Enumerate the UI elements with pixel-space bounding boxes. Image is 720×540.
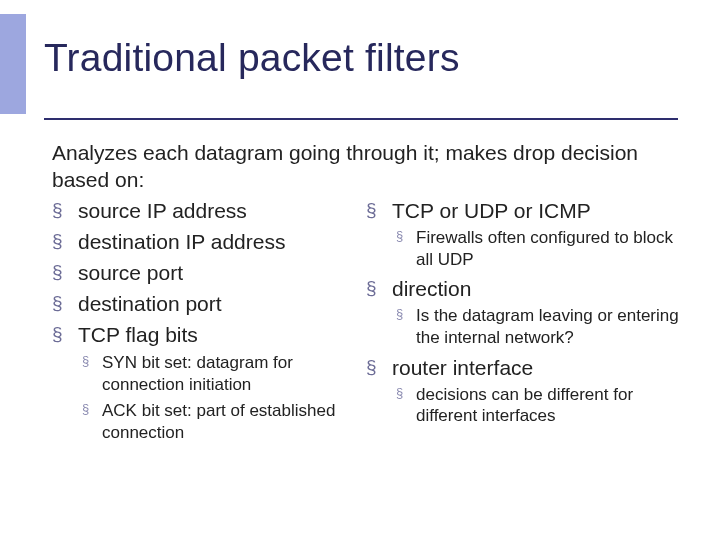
list-item-label: direction <box>392 277 471 300</box>
right-sub-list: Is the datagram leaving or entering the … <box>392 305 682 349</box>
list-item-label: Is the datagram leaving or entering the … <box>416 306 679 347</box>
list-item-label: SYN bit set: datagram for connection ini… <box>102 353 293 394</box>
list-item: decisions can be different for different… <box>392 384 682 428</box>
list-item: TCP or UDP or ICMP Firewalls often confi… <box>366 198 682 270</box>
list-item: SYN bit set: datagram for connection ini… <box>78 352 352 396</box>
list-item: source IP address <box>52 198 352 225</box>
list-item: destination port <box>52 291 352 318</box>
slide-title: Traditional packet filters <box>44 36 460 80</box>
content-columns: source IP address destination IP address… <box>52 198 682 447</box>
list-item-label: source IP address <box>78 199 247 222</box>
left-column: source IP address destination IP address… <box>52 198 352 447</box>
list-item-label: TCP flag bits <box>78 323 198 346</box>
list-item-label: destination IP address <box>78 230 285 253</box>
list-item: Firewalls often configured to block all … <box>392 227 682 271</box>
list-item-label: router interface <box>392 356 533 379</box>
accent-bar <box>0 14 26 114</box>
title-underline <box>44 118 678 120</box>
list-item-label: destination port <box>78 292 222 315</box>
list-item: destination IP address <box>52 229 352 256</box>
right-sub-list: decisions can be different for different… <box>392 384 682 428</box>
right-column: TCP or UDP or ICMP Firewalls often confi… <box>366 198 682 447</box>
list-item: source port <box>52 260 352 287</box>
list-item: Is the datagram leaving or entering the … <box>392 305 682 349</box>
list-item: ACK bit set: part of established connect… <box>78 400 352 444</box>
list-item-label: decisions can be different for different… <box>416 385 633 426</box>
intro-text: Analyzes each datagram going through it;… <box>52 140 672 194</box>
list-item-label: source port <box>78 261 183 284</box>
left-list: source IP address destination IP address… <box>52 198 352 443</box>
list-item: router interface decisions can be differ… <box>366 355 682 427</box>
list-item-label: ACK bit set: part of established connect… <box>102 401 335 442</box>
left-sub-list: SYN bit set: datagram for connection ini… <box>78 352 352 443</box>
list-item: TCP flag bits SYN bit set: datagram for … <box>52 322 352 444</box>
list-item-label: Firewalls often configured to block all … <box>416 228 673 269</box>
slide: Traditional packet filters Analyzes each… <box>0 0 720 540</box>
list-item: direction Is the datagram leaving or ent… <box>366 276 682 348</box>
list-item-label: TCP or UDP or ICMP <box>392 199 591 222</box>
right-sub-list: Firewalls often configured to block all … <box>392 227 682 271</box>
right-list: TCP or UDP or ICMP Firewalls often confi… <box>366 198 682 427</box>
